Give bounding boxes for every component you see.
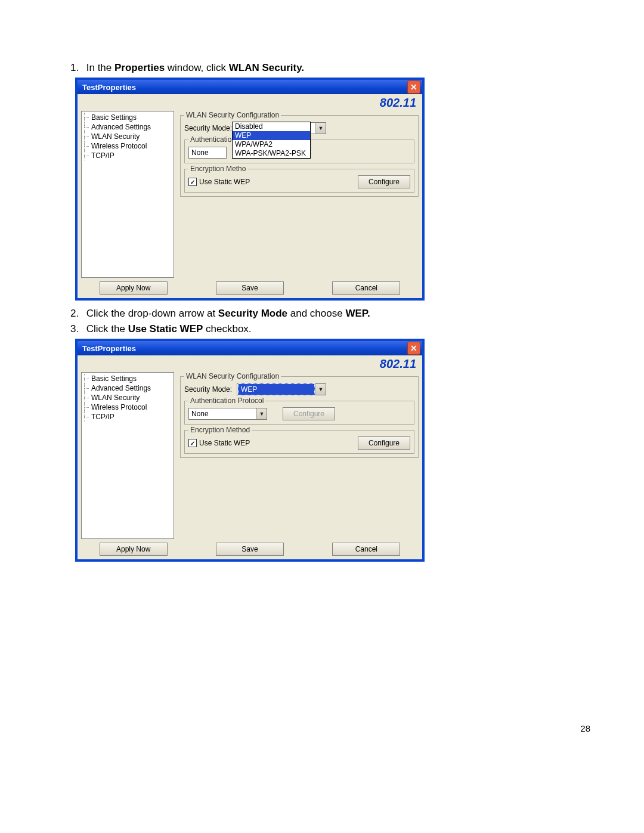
dropdown-option-disabled[interactable]: Disabled — [233, 122, 310, 131]
cancel-button[interactable]: Cancel — [332, 543, 400, 556]
save-button[interactable]: Save — [216, 281, 284, 295]
dropdown-option-wpapsk[interactable]: WPA-PSK/WPA2-PSK — [233, 149, 310, 158]
use-static-wep-checkbox[interactable]: ✓ Use Static WEP — [188, 439, 250, 447]
auth-protocol-combo[interactable]: None — [188, 147, 227, 159]
group-encryption-legend: Encryption Method — [188, 426, 252, 434]
window-title: TestProperties — [82, 83, 136, 92]
dropdown-option-wep[interactable]: WEP — [233, 131, 310, 140]
group-encryption-legend-partial: Encryption Metho — [188, 165, 247, 173]
security-mode-value: WEP — [238, 383, 315, 395]
close-icon[interactable]: ✕ — [407, 80, 420, 94]
security-mode-label: Security Mode: — [184, 124, 237, 132]
properties-window-1: TestProperties ✕ 802.11 Basic Settings A… — [75, 78, 425, 301]
cancel-button[interactable]: Cancel — [332, 281, 400, 295]
tree-item-wireless-protocol[interactable]: Wireless Protocol — [84, 402, 171, 412]
configure-button-disabled: Configure — [283, 407, 335, 420]
nav-tree: Basic Settings Advanced Settings WLAN Se… — [81, 372, 174, 539]
use-static-wep-label: Use Static WEP — [199, 439, 250, 447]
auth-protocol-value: None — [189, 147, 226, 158]
chevron-down-icon[interactable]: ▼ — [315, 384, 326, 395]
group-auth: Authentication Protocol None ▼ Configure — [184, 397, 414, 425]
security-mode-label: Security Mode: — [184, 385, 237, 394]
step-3: 3. Click the Use Static WEP checkbox. — [70, 323, 596, 335]
close-icon[interactable]: ✕ — [407, 342, 420, 355]
tree-item-wlan-security[interactable]: WLAN Security — [84, 393, 171, 402]
chevron-down-icon[interactable]: ▼ — [256, 408, 267, 419]
tree-item-advanced[interactable]: Advanced Settings — [84, 122, 171, 132]
group-legend: WLAN Security Configuration — [184, 372, 281, 380]
auth-protocol-combo[interactable]: None ▼ — [188, 408, 267, 420]
checkbox-icon: ✓ — [188, 439, 197, 447]
save-button[interactable]: Save — [216, 543, 284, 556]
tree-item-wlan-security[interactable]: WLAN Security — [84, 132, 171, 141]
apply-button[interactable]: Apply Now — [100, 543, 168, 556]
auth-protocol-value: None — [189, 408, 256, 419]
step-2: 2. Click the drop-down arrow at Security… — [70, 308, 596, 320]
group-encryption: Encryption Method ✓ Use Static WEP Confi… — [184, 426, 414, 454]
tree-item-advanced[interactable]: Advanced Settings — [84, 383, 171, 393]
button-bar: Apply Now Save Cancel — [81, 539, 419, 556]
window-titlebar: TestProperties ✕ — [78, 341, 422, 355]
apply-button[interactable]: Apply Now — [100, 281, 168, 295]
configure-button[interactable]: Configure — [358, 436, 410, 450]
tree-item-tcpip[interactable]: TCP/IP — [84, 151, 171, 160]
group-legend: WLAN Security Configuration — [184, 111, 281, 119]
configure-button[interactable]: Configure — [358, 175, 410, 188]
chevron-down-icon[interactable]: ▼ — [315, 123, 326, 134]
tree-item-wireless-protocol[interactable]: Wireless Protocol — [84, 141, 171, 151]
properties-window-2: TestProperties ✕ 802.11 Basic Settings A… — [75, 339, 425, 562]
security-mode-dropdown-list[interactable]: Disabled WEP WPA/WPA2 WPA-PSK/WPA2-PSK — [232, 122, 311, 159]
nav-tree: Basic Settings Advanced Settings WLAN Se… — [81, 111, 174, 278]
checkbox-icon: ✓ — [188, 178, 197, 186]
dropdown-option-wpa[interactable]: WPA/WPA2 — [233, 140, 310, 149]
window-title: TestProperties — [82, 344, 136, 353]
window-titlebar: TestProperties ✕ — [78, 80, 422, 94]
tree-item-tcpip[interactable]: TCP/IP — [84, 412, 171, 422]
use-static-wep-checkbox[interactable]: ✓ Use Static WEP — [188, 178, 250, 186]
group-auth-legend: Authentication Protocol — [188, 397, 265, 405]
button-bar: Apply Now Save Cancel — [81, 278, 419, 295]
tree-item-basic[interactable]: Basic Settings — [84, 374, 171, 383]
group-wlan-security-config: WLAN Security Configuration Security Mod… — [180, 372, 419, 458]
banner-label: 802.11 — [81, 357, 419, 372]
tree-item-basic[interactable]: Basic Settings — [84, 113, 171, 122]
step-1: 1. In the Properties window, click WLAN … — [70, 62, 596, 74]
use-static-wep-label: Use Static WEP — [199, 178, 250, 186]
page-number: 28 — [580, 723, 590, 733]
security-mode-combo[interactable]: WEP ▼ — [237, 383, 326, 395]
banner-label: 802.11 — [81, 96, 419, 111]
group-encryption: Encryption Metho ✓ Use Static WEP Config… — [184, 165, 414, 193]
